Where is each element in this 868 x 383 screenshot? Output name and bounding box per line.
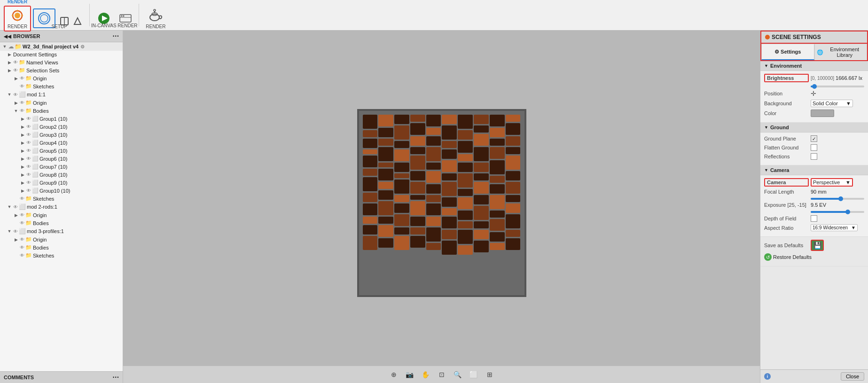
expand-arrow: ▶ xyxy=(20,164,25,169)
folder-icon: ⬜ xyxy=(32,188,39,194)
environment-section-body: Brightness [0, 100000] 1666.667 lx xyxy=(760,71,868,123)
ground-section-header[interactable]: ▼ Ground xyxy=(760,123,868,133)
render-final-button[interactable]: RENDER xyxy=(143,7,168,31)
depth-of-field-label: Depth of Field xyxy=(764,216,809,221)
restore-defaults-button[interactable]: ↺ Restore Defaults xyxy=(764,253,812,261)
background-dropdown[interactable]: Solid Color ▼ xyxy=(811,100,853,107)
eye-icon: 👁 xyxy=(13,204,18,210)
group3-label: Group3 (10) xyxy=(39,132,67,138)
tree-group7[interactable]: ▶ 👁 ⬜ Group7 (10) xyxy=(0,163,123,171)
tree-origin-mod3[interactable]: ▶ 👁 📁 Origin xyxy=(0,235,123,243)
tree-root-project[interactable]: ▼ ☁ 📁 W2_3d_final project v4 ⚙ xyxy=(0,42,123,51)
tool-grid-options[interactable]: ⊞ xyxy=(483,368,496,381)
tool-camera[interactable]: 📷 xyxy=(403,368,416,381)
camera-type-dropdown[interactable]: Perspective ▼ xyxy=(811,178,853,187)
tree-group1[interactable]: ▶ 👁 ⬜ Group1 (10) xyxy=(0,115,123,123)
comments-footer[interactable]: COMMENTS ⋯ xyxy=(0,371,123,383)
browser-settings-icon[interactable]: ⋯ xyxy=(112,32,119,40)
tree-mod-1-1[interactable]: ▼ 👁 ⬜ mod 1:1 xyxy=(0,90,123,99)
reflections-checkbox[interactable] xyxy=(811,153,817,160)
render-canvas[interactable] xyxy=(357,109,526,297)
tree-origin-mod2[interactable]: ▶ 👁 📁 Origin xyxy=(0,211,123,219)
ground-plane-checkbox[interactable]: ✓ xyxy=(811,135,817,142)
origin-mod1-label: Origin xyxy=(33,100,47,106)
scene-settings-title: SCENE SETTINGS xyxy=(772,34,821,40)
folder-icon: ⬜ xyxy=(32,180,39,186)
expand-arrow: ▶ xyxy=(20,180,25,185)
project-settings-icon[interactable]: ⚙ xyxy=(80,44,85,49)
comments-settings-icon[interactable]: ⋯ xyxy=(112,374,119,381)
eye-icon: 👁 xyxy=(26,180,31,185)
group10-label: Group10 (10) xyxy=(39,188,70,194)
folder-icon: ⬜ xyxy=(32,140,39,146)
camera-type-value: Perspective ▼ xyxy=(811,178,864,187)
tool-pan[interactable]: ✋ xyxy=(419,368,432,381)
move-icon[interactable]: ✛ xyxy=(811,90,816,97)
tab-settings[interactable]: ⚙ Settings xyxy=(761,44,814,60)
tree-group8[interactable]: ▶ 👁 ⬜ Group8 (10) xyxy=(0,171,123,179)
tree-group3[interactable]: ▶ 👁 ⬜ Group3 (10) xyxy=(0,131,123,139)
tree-group5[interactable]: ▶ 👁 ⬜ Group5 (10) xyxy=(0,147,123,155)
tree-document-settings[interactable]: ▶ Document Settings xyxy=(0,51,123,58)
tool-zoom[interactable]: 🔍 xyxy=(451,368,464,381)
right-footer: i Close xyxy=(760,369,868,383)
tree-mod-3-profiles[interactable]: ▼ 👁 ⬜ mod 3-profiles:1 xyxy=(0,227,123,235)
aspect-ratio-dropdown[interactable]: 16:9 Widescreen ▼ xyxy=(811,224,858,231)
tree-sketches-mod1[interactable]: 👁 📁 Sketches xyxy=(0,195,123,203)
tool-zoom-fit[interactable]: ⊡ xyxy=(435,368,448,381)
group6-label: Group6 (10) xyxy=(39,156,67,162)
flatten-ground-checkbox[interactable] xyxy=(811,144,817,151)
tree-sketches-1[interactable]: 👁 📁 Sketches xyxy=(0,82,123,90)
folder-icon: ⬜ xyxy=(32,116,39,122)
env-library-tab-icon: 🌐 xyxy=(817,49,823,55)
depth-of-field-checkbox[interactable] xyxy=(811,215,817,222)
eye-icon: ☁ xyxy=(8,44,14,50)
focal-slider-container[interactable] xyxy=(811,197,864,200)
tree-group6[interactable]: ▶ 👁 ⬜ Group6 (10) xyxy=(0,155,123,163)
tool-home[interactable]: ⊕ xyxy=(387,368,400,381)
tree-sketches-mod3[interactable]: 👁 📁 Sketches xyxy=(0,251,123,259)
tree-mod-2-rods[interactable]: ▼ 👁 ⬜ mod 2-rods:1 xyxy=(0,203,123,211)
close-button[interactable]: Close xyxy=(841,372,864,381)
tab-environment-library[interactable]: 🌐 Environment Library xyxy=(814,44,868,60)
environment-section-header[interactable]: ▼ Environment xyxy=(760,61,868,71)
scene-settings-header: SCENE SETTINGS xyxy=(760,31,868,44)
reflections-value xyxy=(811,153,864,160)
tree-named-views[interactable]: ▶ 👁 📁 Named Views xyxy=(0,58,123,66)
eye-icon: 👁 xyxy=(20,196,24,201)
eye-icon: 👁 xyxy=(13,68,18,73)
color-value xyxy=(811,109,864,117)
tree-group4[interactable]: ▶ 👁 ⬜ Group4 (10) xyxy=(0,139,123,147)
browser-collapse-arrow[interactable]: ◀◀ xyxy=(4,34,11,39)
brightness-slider-container[interactable] xyxy=(811,85,864,87)
tree-group10[interactable]: ▶ 👁 ⬜ Group10 (10) xyxy=(0,187,123,195)
dropdown-arrow3-icon: ▼ xyxy=(851,225,856,230)
tree-bodies-mod1[interactable]: ▼ 👁 📁 Bodies xyxy=(0,107,123,115)
camera-section-header[interactable]: ▼ Camera xyxy=(760,165,868,175)
tree-bodies-mod3[interactable]: 👁 📁 Bodies xyxy=(0,243,123,251)
tree-bodies-mod2[interactable]: 👁 📁 Bodies xyxy=(0,219,123,227)
color-swatch[interactable] xyxy=(811,109,834,117)
tool-display-options[interactable]: ⬜ xyxy=(467,368,480,381)
tree-group2[interactable]: ▶ 👁 ⬜ Group2 (10) xyxy=(0,123,123,131)
svg-point-17 xyxy=(150,14,159,21)
ground-plane-label: Ground Plane xyxy=(764,136,809,141)
folder-icon: ⬜ xyxy=(32,148,39,154)
eye-icon: 👁 xyxy=(26,124,31,129)
origin-mod2-label: Origin xyxy=(33,212,47,218)
tree-group9[interactable]: ▶ 👁 ⬜ Group9 (10) xyxy=(0,179,123,187)
tree-origin-mod1[interactable]: ▶ 👁 📁 Origin xyxy=(0,99,123,107)
group2-label: Group2 (10) xyxy=(39,124,67,130)
exposure-slider-container[interactable] xyxy=(811,210,864,213)
expand-arrow: ▶ xyxy=(13,237,19,242)
dropdown-arrow-icon: ▼ xyxy=(846,101,851,106)
tree-origin-1[interactable]: ▶ 👁 📁 Origin xyxy=(0,74,123,82)
save-defaults-button[interactable]: 💾 xyxy=(811,240,824,251)
tree-selection-sets[interactable]: ▶ 👁 📁 Selection Sets xyxy=(0,66,123,74)
in-canvas-render-label: IN-CANVAS RENDER xyxy=(91,23,138,28)
background-label: Background xyxy=(764,101,809,106)
selection-sets-label: Selection Sets xyxy=(26,68,59,73)
expand-arrow: ▼ xyxy=(2,44,8,49)
info-icon[interactable]: i xyxy=(764,373,771,380)
render-button[interactable]: RENDER xyxy=(4,6,31,31)
